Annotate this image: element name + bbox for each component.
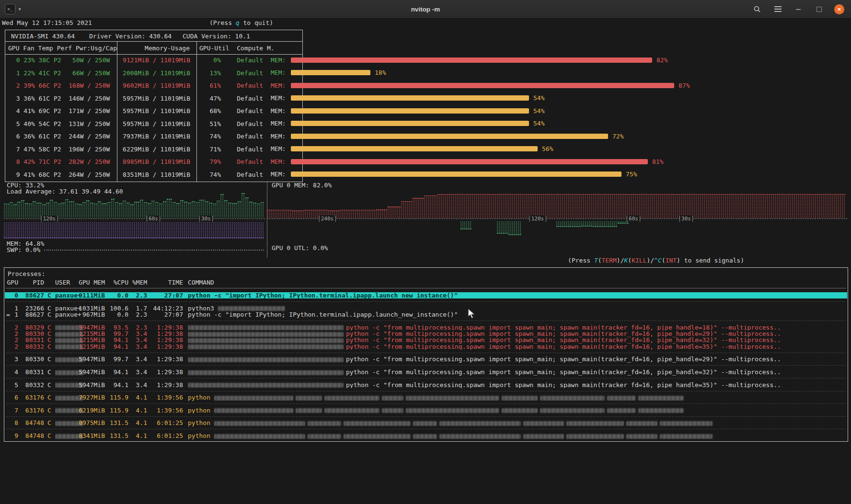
- mem-bar-fill: [291, 108, 529, 114]
- process-rows: 0 88627 C panxue+ 9111MiB 0.0 2.3 27:07 …: [4, 268, 848, 441]
- redacted-text: [523, 434, 564, 439]
- process-mem-percent: 4.1: [132, 420, 147, 426]
- mem-bar-percent: 54%: [533, 108, 544, 115]
- process-command: python -c "from multiprocessing.spawn im…: [188, 356, 846, 363]
- process-command: python -c "import IPython; IPython.termi…: [188, 292, 846, 299]
- process-cpu-percent: 0.0: [110, 311, 128, 318]
- gpu-table-row: 0 23% 38C P2 50W / 250W 9121MiB / 11019M…: [6, 54, 302, 67]
- gpu-stats: 9 41% 68C P2 264W / 250W: [9, 169, 117, 182]
- signal-key: ^C: [654, 257, 662, 264]
- process-cpu-percent: 99.7: [110, 331, 128, 337]
- redacted-text: [214, 434, 305, 439]
- mem-bar-label: MEM:: [271, 108, 286, 115]
- process-time: 1:29:38: [152, 324, 183, 331]
- redacted-text: [638, 396, 684, 401]
- process-group-separator: [6, 378, 846, 378]
- cuda-version: CUDA Version: 10.1: [183, 32, 250, 41]
- process-gpu-mem: 1215MiB: [79, 337, 105, 344]
- gpu0-util-history-chart: [267, 220, 847, 243]
- process-row[interactable]: 4 80331 C 5947MiB 94.1 3.4 1:29:38 pytho…: [5, 369, 847, 375]
- process-row[interactable]: 9 84748 C 8341MiB 131.5 4.1 6:01:25 pyth…: [5, 433, 847, 439]
- memory-history-chart: [4, 221, 265, 240]
- redacted-text: [188, 332, 344, 337]
- process-type: C: [47, 331, 53, 337]
- gpu-utilization: 13%: [197, 67, 221, 80]
- gpu-table-row: 3 36% 61C P2 146W / 250W 5957MiB / 11019…: [6, 92, 302, 105]
- command-text: python: [188, 433, 214, 439]
- process-row[interactable]: 7 63176 C 6219MiB 115.9 4.1 1:39:56 pyth…: [5, 407, 847, 413]
- process-gpu: 7: [7, 407, 18, 414]
- process-gpu: 2: [7, 331, 18, 337]
- gpu-stats: 0 23% 38C P2 50W / 250W: [9, 54, 117, 67]
- gpu-table-row: 9 41% 68C P2 264W / 250W 8351MiB / 11019…: [6, 169, 302, 182]
- signals-suffix: to send signals): [680, 257, 744, 264]
- gpu-compute-mode: Default: [222, 105, 263, 118]
- process-cpu-percent: 93.5: [110, 324, 128, 331]
- process-pid: 80330: [22, 331, 44, 337]
- process-cpu-percent: 115.9: [110, 407, 128, 414]
- process-row[interactable]: 1 23266 C panxue+ 1031MiB 100.6 1.7 44:1…: [5, 305, 847, 311]
- command-text: python -c "from multiprocessing.spawn im…: [346, 331, 781, 337]
- gpu-utilization: 79%: [197, 156, 221, 169]
- gpu0-util-label: GPU 0 UTL: 0.0%: [272, 244, 328, 252]
- titlebar[interactable]: >_ ▾ nvitop -m – ✕: [0, 0, 851, 19]
- process-command: python -c "from multiprocessing.spawn im…: [188, 382, 846, 389]
- terminal-window[interactable]: >_ ▾ nvitop -m – ✕ Wed May 12 17:15:05 2…: [0, 0, 851, 504]
- process-command: python -c "from multiprocessing.spawn im…: [188, 331, 846, 337]
- gpu-compute-mode: Default: [222, 156, 263, 169]
- process-group-separator: [6, 416, 846, 417]
- process-row[interactable]: 2 80332 C 1215MiB 94.1 3.4 1:29:38 pytho…: [5, 344, 847, 350]
- gpu0-mem-label: GPU 0 MEM: 82.0%: [272, 182, 332, 189]
- gpu-utilization: 51%: [197, 118, 221, 131]
- mem-bar-fill: [291, 121, 529, 126]
- redacted-text: [540, 396, 605, 401]
- process-gpu-mem: 8341MiB: [79, 433, 105, 439]
- process-cpu-percent: 131.5: [110, 433, 128, 439]
- process-row[interactable]: 3 80330 C 5947MiB 99.7 3.4 1:29:38 pytho…: [5, 356, 847, 362]
- command-text: python -c "from multiprocessing.spawn im…: [346, 382, 781, 389]
- mem-bar-fill: [291, 83, 674, 88]
- col-util-header: GPU-Util Compute M.: [199, 43, 275, 54]
- process-group-separator: [6, 365, 846, 366]
- process-pid: 23266: [22, 305, 44, 312]
- gpu-memory-usage: 6229MiB / 11019MiB: [117, 143, 190, 156]
- process-row[interactable]: 5 80332 C 5947MiB 94.1 3.4 1:29:38 pytho…: [5, 382, 847, 388]
- signal-name: INT: [666, 257, 677, 264]
- process-row[interactable]: 0 88627 C panxue+ 9111MiB 0.0 2.3 27:07 …: [5, 292, 847, 298]
- redacted-text: [439, 421, 521, 426]
- process-command: python -c "from multiprocessing.spawn im…: [188, 337, 846, 344]
- process-row[interactable]: 2 80330 C 1215MiB 99.7 3.4 1:29:38 pytho…: [5, 331, 847, 337]
- redacted-text: [214, 396, 293, 401]
- command-text: python -c "import IPython; IPython.termi…: [188, 311, 458, 318]
- redacted-text: [660, 434, 713, 439]
- redacted-text: [660, 421, 713, 426]
- process-row[interactable]: 2 80331 C 1215MiB 94.1 3.4 1:29:38 pytho…: [5, 337, 847, 343]
- smi-version: NVIDIA-SMI 430.64: [11, 32, 75, 41]
- gpu-memory-usage: 2008MiB / 11019MiB: [117, 67, 190, 80]
- process-command: python: [188, 407, 846, 414]
- redacted-text: [296, 396, 322, 401]
- processes-panel: Processes: GPU PID USER GPU MEM %CPU %ME…: [4, 267, 848, 442]
- gpu-table-row: 5 40% 54C P2 131W / 250W 5957MiB / 11019…: [6, 118, 302, 131]
- process-group-separator: [6, 403, 846, 404]
- mem-bar-percent: 81%: [652, 159, 663, 165]
- command-text: python: [188, 420, 214, 426]
- process-row[interactable]: 8 84748 C 8975MiB 131.5 4.1 6:01:25 pyth…: [5, 420, 847, 426]
- redacted-text: [188, 370, 344, 375]
- process-cpu-percent: 100.6: [110, 305, 128, 312]
- process-pid: 63176: [22, 407, 44, 414]
- clock-text: Wed May 12 17:15:05 2021: [2, 19, 92, 26]
- process-row[interactable]: 6 63176 C 7927MiB 115.9 4.1 1:39:56 pyth…: [5, 394, 847, 401]
- process-cpu-percent: 0.0: [110, 292, 128, 299]
- gpu-mem-bar-row: MEM: 87%: [271, 82, 847, 89]
- gpu-table-header: GPU Fan Temp Perf Pwr:Usg/Cap Memory-Usa…: [5, 43, 302, 54]
- driver-version: Driver Version: 430.64: [89, 32, 172, 41]
- gpu-mem-bar-row: MEM: 82%: [271, 57, 847, 64]
- command-text: python -c "from multiprocessing.spawn im…: [346, 344, 781, 350]
- process-row[interactable]: = 1 88627 C panxue+ 967MiB 0.0 2.3 27:07…: [5, 311, 847, 318]
- mem-bar-percent: 54%: [533, 95, 544, 102]
- process-command: python -c "from multiprocessing.spawn im…: [188, 324, 846, 331]
- redacted-text: [566, 421, 624, 426]
- gpu-mem-bar-row: MEM: 56%: [271, 146, 847, 152]
- process-row[interactable]: 2 80329 C 5947MiB 93.5 2.3 1:29:38 pytho…: [5, 324, 847, 331]
